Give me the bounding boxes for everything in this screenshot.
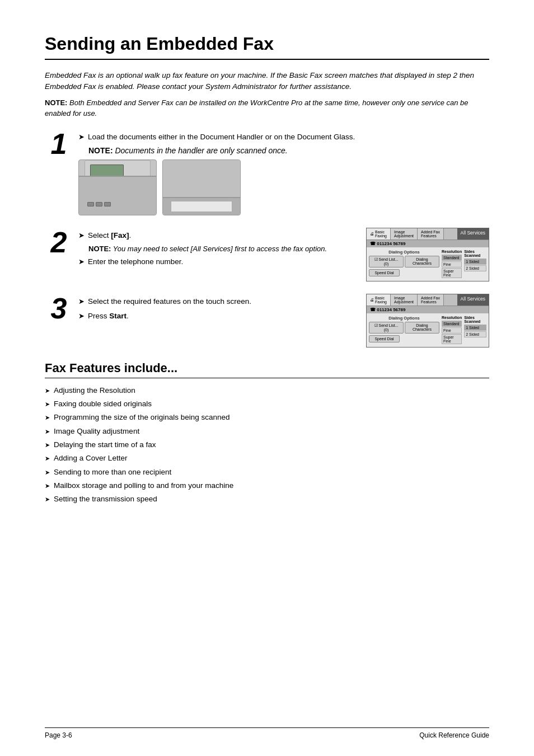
bullet-arrow-3a: ➤ [78,296,85,307]
step-1-note-text: Documents in the handler are only scanne… [115,146,287,155]
feature-item-8: Mailbox storage and polling to and from … [45,479,489,492]
step-2-bullet-1: ➤ Select [Fax]. [78,230,355,241]
ui-sides-label-2: Sides Scanned [464,250,486,257]
ui-send-list-btn-3[interactable]: ☑ Send List... (0) [369,322,404,334]
ui-tab-added-2: Added FaxFeatures [418,228,444,240]
intro-section: Embedded Fax is an optional walk up fax … [45,70,489,119]
step-1-row: 1 ➤ Load the documents either in the Doc… [45,129,489,215]
step-2-content: ➤ Select [Fax]. NOTE: You may need to se… [78,228,355,271]
ui-screen-step2: 🖨 BasicFaxing ImageAdjustment Added FaxF… [366,228,489,281]
step-1-content: ➤ Load the documents either in the Docum… [78,129,489,215]
step-2-bullet-1-text: Select [Fax]. [88,230,131,241]
step-3-bullet-1: ➤ Select the required features on the to… [78,296,355,307]
feature-item-6: Adding a Cover Letter [45,452,489,465]
ui-tab-allservices-3: All Services [457,294,489,306]
intro-note: NOTE: Both Embedded and Server Fax can b… [45,97,489,119]
features-section: Fax Features include... Adjusting the Re… [45,361,489,506]
ui-sides-1sided-2: 1 Sided [464,259,486,265]
ui-screen-header-2: 🖨 BasicFaxing ImageAdjustment Added FaxF… [367,228,489,240]
step-3-content: ➤ Select the required features on the to… [78,294,355,326]
ui-res-fine-3: Fine [442,327,462,334]
steps-area: 1 ➤ Load the documents either in the Doc… [45,129,489,348]
page-container: Sending an Embedded Fax Embedded Fax is … [0,0,534,756]
footer-left: Page 3-6 [45,731,72,739]
feature-item-1: Adjusting the Resolution [45,384,489,397]
features-list: Adjusting the Resolution Faxing double s… [45,384,489,506]
step-2-number: 2 [45,228,73,257]
step-1-images [78,159,489,215]
ui-resolution-2: Resolution Standard Fine Super Fine [442,250,462,279]
ui-sides-2sided-2: 2 Sided [464,265,486,271]
ui-sides-2: Sides Scanned 1 Sided 2 Sided [464,250,486,279]
ui-right-col-3: Resolution Standard Fine Super Fine Side… [442,316,486,345]
step-1-number: 1 [45,129,73,158]
ui-body-2: Dialing Options ☑ Send List... (0) Diali… [367,247,489,281]
ui-send-list-btn-2[interactable]: ☑ Send List... (0) [369,256,404,267]
ui-phone-2: ☎ 011234 56789 [367,240,489,247]
feature-item-4: Image Quality adjustment [45,425,489,438]
ui-dialing-chars-btn-3[interactable]: Dialing Characters [405,322,439,334]
ui-button-row-2: ☑ Send List... (0) Dialing Characters [369,256,439,267]
ui-phone-3: ☎ 011234 56789 [367,306,489,313]
step-2-note-label: NOTE: [88,245,111,253]
step-3-bullet-2-text: Press Start. [88,311,129,322]
feature-item-9: Setting the transmission speed [45,492,489,506]
bullet-arrow-2b: ➤ [78,256,85,267]
step-3-row: 3 ➤ Select the required features on the … [45,294,489,348]
feature-item-5: Delaying the start time of a fax [45,438,489,452]
step-3-screen-container: 🖨 BasicFaxing ImageAdjustment Added FaxF… [366,294,489,348]
ui-res-superfine-3: Super Fine [442,334,462,344]
step-2-note-text: You may need to select [All Services] fi… [113,245,327,253]
bullet-arrow-3b: ➤ [78,311,85,322]
step-3-bullet-2: ➤ Press Start. [78,311,355,322]
ui-dialing-chars-btn-2[interactable]: Dialing Characters [405,256,439,267]
ui-resolution-3: Resolution Standard Fine Super Fine [442,316,462,345]
ui-button-row-3: ☑ Send List... (0) Dialing Characters [369,322,439,334]
ui-res-fine-2: Fine [442,261,462,267]
ui-tab-image-3: ImageAdjustment [391,294,418,306]
ui-dialing-label-3: Dialing Options [369,316,439,321]
machine-buttons [87,202,111,206]
machine-btn-3 [104,202,111,206]
page-footer: Page 3-6 Quick Reference Guide [45,727,489,739]
intro-note-label: NOTE: [45,98,67,107]
machine-btn-1 [87,202,94,206]
ui-tab-allservices-2: All Services [457,228,489,240]
machine-btn-2 [96,202,102,206]
ui-tab-basic-3: 🖨 BasicFaxing [367,294,391,306]
feature-item-3: Programming the size of the originals be… [45,411,489,424]
ui-left-col-3: Dialing Options ☑ Send List... (0) Diali… [369,316,439,345]
intro-para1: Embedded Fax is an optional walk up fax … [45,70,489,93]
step-2-row: 2 ➤ Select [Fax]. NOTE: You may need to … [45,228,489,281]
step-2-note: NOTE: You may need to select [All Servic… [88,245,355,253]
ui-dialing-label-2: Dialing Options [369,250,439,255]
machine-image [78,159,157,215]
footer-right: Quick Reference Guide [419,731,489,739]
ui-tab-basic-2: 🖨 BasicFaxing [367,228,391,240]
ui-screen-header-3: 🖨 BasicFaxing ImageAdjustment Added FaxF… [367,294,489,306]
step-1-note-label: NOTE: [88,146,113,155]
machine-screen [90,165,124,177]
ui-sides-3: Sides Scanned 1 Sided 2 Sided [464,316,486,345]
intro-note-text: Both Embedded and Server Fax can be inst… [45,98,469,118]
step-3-number: 3 [45,294,73,323]
ui-speed-dial-3[interactable]: Speed Dial [369,335,400,342]
feature-item-2: Faxing double sided originals [45,397,489,411]
glass-base [163,198,240,215]
feature-item-7: Sending to more than one recipient [45,466,489,479]
ui-sides-label-3: Sides Scanned [464,316,486,323]
ui-res-label-2: Resolution [442,250,462,253]
bullet-arrow-2: ➤ [78,230,85,241]
step-1-bullet-1-text: Load the documents either in the Documen… [88,132,355,143]
ui-speed-dial-2[interactable]: Speed Dial [369,269,400,276]
step-3-bullet-1-text: Select the required features on the touc… [88,296,251,307]
ui-tab-added-3: Added FaxFeatures [418,294,444,306]
ui-left-col-2: Dialing Options ☑ Send List... (0) Diali… [369,250,439,279]
page-title: Sending an Embedded Fax [45,34,489,60]
ui-sides-1sided-3: 1 Sided [464,325,486,331]
ui-res-superfine-2: Super Fine [442,268,462,278]
step-1-bullet-1: ➤ Load the documents either in the Docum… [78,132,489,143]
ui-res-standard-2: Standard [442,255,462,261]
glass-image [162,159,241,215]
step-2-bullet-2: ➤ Enter the telephone number. [78,256,355,267]
